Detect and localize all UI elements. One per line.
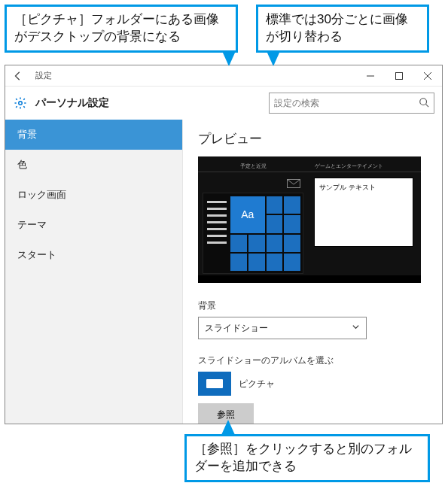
sidebar-item-label: 背景 [17,128,37,141]
search-placeholder: 設定の検索 [274,97,319,110]
album-folder-icon[interactable] [198,372,231,396]
album-row: ピクチャ [198,372,427,396]
sidebar-item-background[interactable]: 背景 [5,120,182,150]
preview-start-menu: Aa [203,193,303,274]
background-label: 背景 [198,299,427,312]
sidebar-item-label: テーマ [17,218,47,232]
page-title: パーソナル設定 [35,96,109,110]
album-name: ピクチャ [239,378,275,390]
sidebar-item-themes[interactable]: テーマ [5,210,182,240]
preview-heading: プレビュー [198,130,427,147]
content-area: プレビュー 予定と近況 ゲームとエンターテイメント Aa [183,120,442,424]
sidebar-item-label: 色 [17,158,27,172]
search-input[interactable]: 設定の検索 [269,93,434,114]
preview-window: サンプル テキスト [314,178,413,247]
sidebar: 背景 色 ロック画面 テーマ スタート [5,120,183,424]
gear-icon [13,96,28,111]
svg-point-2 [19,102,23,105]
maximize-button[interactable] [385,65,413,87]
back-button[interactable] [5,65,31,87]
sidebar-item-label: スタート [17,248,56,262]
settings-window: 設定 パーソナル設定 設定の検索 背景 色 ロック画面 テーマ [5,65,443,424]
chevron-down-icon [352,323,360,333]
window-title: 設定 [35,70,52,81]
album-label: スライドショーのアルバムを選ぶ [198,354,427,367]
desktop-preview: 予定と近況 ゲームとエンターテイメント Aa [198,156,421,283]
search-icon [419,97,429,110]
titlebar: 設定 [5,65,442,87]
svg-line-4 [426,104,429,107]
preview-tile-aa: Aa [230,196,265,233]
svg-rect-1 [396,72,403,79]
svg-point-3 [420,98,427,105]
close-button[interactable] [413,65,442,87]
arrow-icon [221,420,235,435]
preview-tab-label: 予定と近況 [240,163,267,170]
preview-tab-label: ゲームとエンターテイメント [315,163,383,170]
sidebar-item-start[interactable]: スタート [5,240,182,270]
sidebar-item-colors[interactable]: 色 [5,150,182,180]
background-dropdown[interactable]: スライドショー [198,317,367,339]
sidebar-item-lockscreen[interactable]: ロック画面 [5,180,182,210]
callout-pictures-folder: ［ピクチャ］フォルダーにある画像がデスクトップの背景になる [5,5,238,53]
callout-browse: ［参照］をクリックすると別のフォルダーを追加できる [184,434,430,482]
header-row: パーソナル設定 設定の検索 [5,87,442,120]
arrow-icon [222,51,236,66]
browse-button-label: 参照 [217,409,235,421]
dropdown-value: スライドショー [205,322,268,335]
minimize-button[interactable] [356,65,385,87]
preview-sample-text: サンプル テキスト [315,178,413,197]
callout-interval: 標準では30分ごとに画像が切り替わる [256,5,429,53]
mail-icon [287,179,300,188]
arrow-icon [267,51,280,66]
sidebar-item-label: ロック画面 [17,188,66,202]
